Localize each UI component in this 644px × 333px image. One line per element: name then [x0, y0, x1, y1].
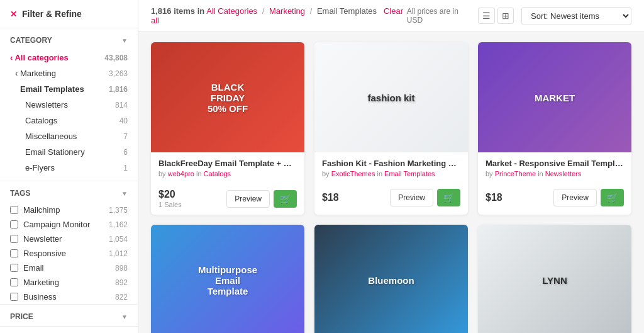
- product-author[interactable]: web4pro: [168, 170, 194, 178]
- category-chevron-icon: ▼: [121, 37, 128, 44]
- tag-business-checkbox[interactable]: [10, 293, 18, 301]
- product-category[interactable]: Catalogs: [204, 170, 231, 178]
- product-title: Fashion Kit - Fashion Marketing Template: [322, 159, 460, 168]
- sidebar-item-all-categories[interactable]: ‹ All categories 43,808: [0, 50, 138, 65]
- product-price: $18: [486, 192, 502, 203]
- breadcrumb-all-categories[interactable]: All Categories: [206, 6, 257, 16]
- sidebar-item-email-templates[interactable]: Email Templates 1,816: [0, 81, 138, 97]
- grid-view-button[interactable]: ⊞: [497, 8, 514, 24]
- tag-label: Business: [23, 292, 110, 302]
- product-thumb-label: Bluemoon: [362, 268, 420, 291]
- preview-button[interactable]: Preview: [390, 189, 433, 206]
- tag-count: 1,054: [109, 235, 128, 244]
- product-meta: by PrinceTheme in Newsletters: [486, 170, 624, 178]
- price-section-header[interactable]: Price ▼: [0, 305, 138, 326]
- tag-responsive-checkbox[interactable]: [10, 249, 18, 257]
- preview-button[interactable]: Preview: [226, 190, 270, 208]
- add-to-cart-button[interactable]: 🛒: [437, 189, 460, 206]
- breadcrumb: 1,816 items in All Categories / Marketin…: [151, 6, 407, 25]
- tag-mailchimp[interactable]: Mailchimp 1,375: [10, 203, 128, 217]
- tag-newsletter[interactable]: Newsletter 1,054: [10, 232, 128, 246]
- tags-chevron-icon: ▼: [121, 190, 128, 197]
- product-sales: 1 Sales: [158, 201, 182, 208]
- view-toggles: ☰ ⊞: [478, 8, 514, 24]
- sidebar-item-count: 40: [119, 116, 128, 125]
- tags-section: Tags ▼ Mailchimp 1,375 Campaign Monitor …: [0, 181, 138, 305]
- tag-count: 1,012: [109, 249, 128, 258]
- tag-count: 892: [115, 278, 128, 287]
- price-block: $18: [322, 192, 339, 204]
- filter-refine-header[interactable]: ✕ Filter & Refine: [0, 0, 138, 28]
- tag-email[interactable]: Email 898: [10, 261, 128, 275]
- product-thumb: Multipurpose Email Template: [151, 225, 304, 333]
- sidebar-item-count: 814: [115, 101, 128, 110]
- preview-button[interactable]: Preview: [553, 189, 597, 206]
- product-thumb: Bluemoon: [314, 225, 468, 333]
- tag-marketing-checkbox[interactable]: [10, 278, 18, 286]
- tag-label: Responsive: [23, 249, 104, 258]
- category-section-header[interactable]: Category ▼: [0, 28, 138, 50]
- sidebar-item-count: 1: [123, 164, 128, 172]
- sidebar-item-eflyers[interactable]: e-Flyers 1: [0, 160, 138, 176]
- product-thumb-label: BLACK FRIDAY 50% OFF: [189, 75, 266, 120]
- category-label: Category: [10, 36, 52, 45]
- price-label: Price: [10, 312, 33, 321]
- tag-label: Mailchimp: [23, 205, 104, 215]
- product-thumb-label: Multipurpose Email Template: [189, 257, 266, 302]
- product-author[interactable]: ExoticThemes: [331, 170, 375, 178]
- product-meta: by web4pro in Catalogs: [158, 170, 297, 178]
- sidebar-item-label: ‹ All categories: [10, 53, 69, 62]
- tag-campaign-monitor-checkbox[interactable]: [10, 220, 18, 229]
- product-card-1: BLACK FRIDAY 50% OFF BlackFreeDay Email …: [151, 42, 304, 215]
- product-grid: BLACK FRIDAY 50% OFF BlackFreeDay Email …: [138, 32, 644, 333]
- tag-count: 1,162: [109, 220, 128, 229]
- sidebar-item-marketing[interactable]: ‹ Marketing 3,263: [0, 65, 138, 81]
- tag-label: Campaign Monitor: [23, 220, 104, 229]
- tag-label: Marketing: [23, 278, 110, 287]
- product-card-3: MARKET Market - Responsive Email Templat…: [478, 42, 631, 215]
- sidebar-item-email-stationery[interactable]: Email Stationery 6: [0, 144, 138, 160]
- sidebar-item-count: 43,808: [104, 54, 128, 62]
- tag-marketing[interactable]: Marketing 892: [10, 275, 128, 290]
- tag-business[interactable]: Business 822: [10, 290, 128, 304]
- tag-campaign-monitor[interactable]: Campaign Monitor 1,162: [10, 217, 128, 232]
- add-to-cart-button[interactable]: 🛒: [601, 189, 624, 206]
- sidebar: ✕ Filter & Refine Category ▼ ‹ All categ…: [0, 0, 138, 333]
- sidebar-item-miscellaneous[interactable]: Miscellaneous 7: [0, 128, 138, 144]
- add-to-cart-button[interactable]: 🛒: [274, 190, 297, 208]
- product-category[interactable]: Newsletters: [545, 170, 581, 178]
- sidebar-item-newsletters[interactable]: Newsletters 814: [0, 97, 138, 113]
- product-title: BlackFreeDay Email Template + Online Bui…: [158, 159, 297, 168]
- tag-email-checkbox[interactable]: [10, 264, 18, 272]
- breadcrumb-email-templates: Email Templates: [317, 6, 377, 16]
- card-actions: Preview 🛒: [553, 189, 624, 206]
- product-thumb: fashion kit: [314, 42, 468, 152]
- sidebar-item-catalogs[interactable]: Catalogs 40: [0, 113, 138, 128]
- tag-mailchimp-checkbox[interactable]: [10, 206, 18, 214]
- sidebar-item-label: e-Flyers: [25, 163, 55, 172]
- card-footer: $20 1 Sales Preview 🛒: [151, 189, 304, 215]
- tags-section-header[interactable]: Tags ▼: [0, 181, 138, 203]
- product-card-5: Bluemoon Bluemoon - Multipurpose Respons…: [314, 225, 468, 333]
- product-thumb: BLACK FRIDAY 50% OFF: [151, 42, 304, 152]
- card-body: Fashion Kit - Fashion Marketing Template…: [314, 152, 468, 189]
- card-actions: Preview 🛒: [226, 190, 297, 208]
- tag-newsletter-checkbox[interactable]: [10, 235, 18, 243]
- tag-responsive[interactable]: Responsive 1,012: [10, 246, 128, 261]
- sort-select[interactable]: Sort: Newest items Sort: Best sellers So…: [521, 7, 631, 25]
- card-actions: Preview 🛒: [390, 189, 460, 206]
- list-view-button[interactable]: ☰: [478, 8, 495, 24]
- card-footer: $18 Preview 🛒: [478, 189, 631, 213]
- topbar: 1,816 items in All Categories / Marketin…: [138, 0, 644, 32]
- items-count: 1,816 items in: [151, 6, 204, 16]
- product-category[interactable]: Email Templates: [384, 170, 435, 178]
- product-meta: by ExoticThemes in Email Templates: [322, 170, 460, 178]
- product-thumb: LYNN: [478, 225, 631, 333]
- main-content: 1,816 items in All Categories / Marketin…: [138, 0, 644, 333]
- sidebar-item-count: 1,816: [109, 85, 128, 94]
- sidebar-item-label: Catalogs: [25, 116, 57, 125]
- breadcrumb-marketing[interactable]: Marketing: [269, 6, 305, 16]
- product-author[interactable]: PrinceTheme: [495, 170, 536, 178]
- card-footer: $18 Preview 🛒: [314, 189, 468, 213]
- close-filter-icon[interactable]: ✕: [10, 9, 17, 19]
